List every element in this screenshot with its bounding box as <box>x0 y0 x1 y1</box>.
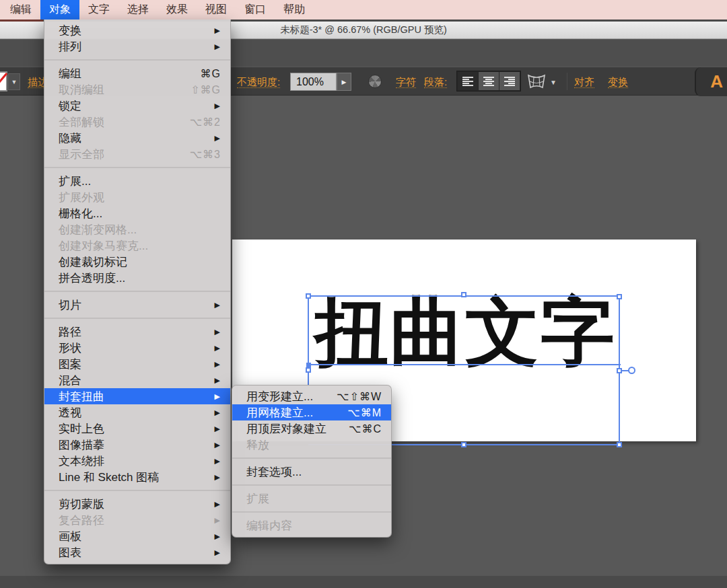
menubar-item[interactable]: 帮助 <box>275 0 314 20</box>
menu-item[interactable]: 实时上色▶ <box>44 420 230 437</box>
align-right-button[interactable] <box>499 72 520 90</box>
menu-item[interactable]: 图案▶ <box>44 356 230 372</box>
recolor-artwork-icon[interactable] <box>368 75 382 88</box>
menu-item-label: 用变形建立... <box>246 389 313 404</box>
stroke-none-swatch-icon[interactable] <box>0 71 7 91</box>
menubar-item[interactable]: 视图 <box>197 0 236 20</box>
menu-item[interactable]: 图像描摹▶ <box>44 437 230 453</box>
menu-item-label: 创建对象马赛克... <box>59 238 148 254</box>
opacity-dropdown-button[interactable]: ▶ <box>337 73 351 91</box>
submenu-arrow-icon: ▶ <box>215 344 221 353</box>
selection-handle[interactable] <box>306 367 311 373</box>
envelope-warp-icon[interactable] <box>526 73 547 90</box>
transform-panel-link[interactable]: 变换 <box>608 76 628 88</box>
menubar-item[interactable]: 文字 <box>79 0 118 20</box>
menu-item-label: 文本绕排 <box>59 453 104 469</box>
menu-item: 取消编组⇧⌘G <box>44 81 230 98</box>
menubar-item[interactable]: 对象 <box>40 0 79 20</box>
menu-item[interactable]: 创建裁切标记 <box>44 254 230 270</box>
menu-item[interactable]: Line 和 Sketch 图稿▶ <box>44 469 230 485</box>
menu-item[interactable]: 封套选项... <box>232 464 391 480</box>
menu-item-label: 锁定 <box>59 98 81 114</box>
stroke-swatch-dropdown-icon[interactable]: ▼ <box>8 73 20 90</box>
align-panel-link[interactable]: 对齐 <box>574 76 594 88</box>
menu-item-label: 用网格建立... <box>246 405 313 420</box>
menu-item[interactable]: 扩展... <box>44 173 230 189</box>
warp-dropdown-icon[interactable]: ▼ <box>550 79 557 86</box>
menubar-item[interactable]: 窗口 <box>236 0 275 20</box>
menu-item: 编辑内容 <box>232 517 391 534</box>
menu-item[interactable]: 封套扭曲▶ <box>44 388 230 404</box>
menu-item-label: 编辑内容 <box>246 518 292 534</box>
menu-item-label: 封套选项... <box>246 464 302 480</box>
selection-handle[interactable] <box>461 442 466 447</box>
selection-handle[interactable] <box>617 442 622 447</box>
menubar-item[interactable]: 选择 <box>118 0 158 20</box>
menu-item[interactable]: 剪切蒙版▶ <box>44 496 230 512</box>
menu-item[interactable]: 用变形建立...⌥⇧⌘W <box>232 388 391 404</box>
menu-item: 释放 <box>232 437 391 453</box>
align-center-button[interactable] <box>479 72 499 90</box>
menu-item[interactable]: 栅格化... <box>44 205 230 221</box>
menu-item-label: 剪切蒙版 <box>59 497 104 512</box>
menubar-item[interactable]: 编辑 <box>1 0 40 20</box>
character-panel-link[interactable]: 字符 <box>396 76 416 88</box>
menu-item[interactable]: 形状▶ <box>44 340 230 356</box>
menu-item: 显示全部⌥⌘3 <box>44 146 230 162</box>
selection-handle[interactable] <box>617 368 622 373</box>
menu-item-shortcut: ⌥⌘3 <box>190 148 221 161</box>
selection-handle[interactable] <box>461 292 466 297</box>
menu-item[interactable]: 路径▶ <box>44 324 230 340</box>
character-panel-tab-icon: A <box>710 71 723 92</box>
menu-item[interactable]: 混合▶ <box>44 372 230 388</box>
menu-item: 全部解锁⌥⌘2 <box>44 114 230 130</box>
toolbar-divider <box>567 73 567 90</box>
menu-item[interactable]: 变换▶ <box>44 22 230 38</box>
menu-item[interactable]: 切片▶ <box>44 297 230 313</box>
opacity-panel-link[interactable]: 不透明度: <box>237 76 280 88</box>
selection-baseline <box>308 364 621 365</box>
menu-item-label: 拼合透明度... <box>59 270 125 286</box>
submenu-arrow-icon: ▶ <box>215 532 221 541</box>
menu-item[interactable]: 透视▶ <box>44 404 230 420</box>
menu-item[interactable]: 锁定▶ <box>44 98 230 114</box>
menu-item-label: 变换 <box>59 23 81 38</box>
selection-anchor-point[interactable] <box>306 363 311 367</box>
menu-item[interactable]: 用网格建立...⌥⌘M <box>232 404 391 420</box>
artboard-text[interactable]: 扭曲文字 <box>308 295 622 369</box>
menu-item-label: 显示全部 <box>59 147 104 162</box>
menu-item-shortcut: ⌥⌘2 <box>190 116 221 128</box>
align-left-button[interactable] <box>458 72 478 90</box>
menu-separator <box>44 167 230 168</box>
menu-item[interactable]: 图表▶ <box>44 544 230 560</box>
selection-handle[interactable] <box>306 293 311 299</box>
envelope-distort-submenu: 用变形建立...⌥⇧⌘W用网格建立...⌥⌘M用顶层对象建立⌥⌘C释放封套选项.… <box>232 385 392 538</box>
character-panel-tab[interactable]: A <box>695 67 727 96</box>
menu-item-label: 排列 <box>59 39 81 54</box>
menu-item-label: 封套扭曲 <box>59 389 104 404</box>
menu-item[interactable]: 隐藏▶ <box>44 130 230 146</box>
menu-item[interactable]: 拼合透明度... <box>44 270 230 286</box>
menu-item-label: 取消编组 <box>59 82 104 98</box>
menu-item-label: 形状 <box>59 340 81 356</box>
menu-item[interactable]: 画板▶ <box>44 528 230 544</box>
menu-item-label: 图表 <box>59 545 81 560</box>
opacity-value-field[interactable]: 100% <box>290 73 337 91</box>
rotate-handle[interactable] <box>628 367 635 374</box>
menu-item-shortcut: ⌥⌘M <box>347 406 382 419</box>
menubar-item[interactable]: 效果 <box>158 0 197 20</box>
menu-item[interactable]: 用顶层对象建立⌥⌘C <box>232 420 391 437</box>
menu-separator <box>44 490 230 491</box>
menu-item-label: 全部解锁 <box>59 114 104 130</box>
menu-item[interactable]: 排列▶ <box>44 38 230 54</box>
submenu-arrow-icon: ▶ <box>215 516 221 525</box>
menu-item[interactable]: 编组⌘G <box>44 65 230 81</box>
submenu-arrow-icon: ▶ <box>215 392 221 401</box>
paragraph-panel-link[interactable]: 段落: <box>424 76 447 88</box>
selection-handle[interactable] <box>617 294 622 299</box>
menu-item[interactable]: 文本绕排▶ <box>44 453 230 469</box>
menu-item-label: 画板 <box>59 529 81 544</box>
menu-item-label: 扩展外观 <box>59 190 104 205</box>
submenu-arrow-icon: ▶ <box>215 376 221 385</box>
submenu-arrow-icon: ▶ <box>215 301 221 309</box>
